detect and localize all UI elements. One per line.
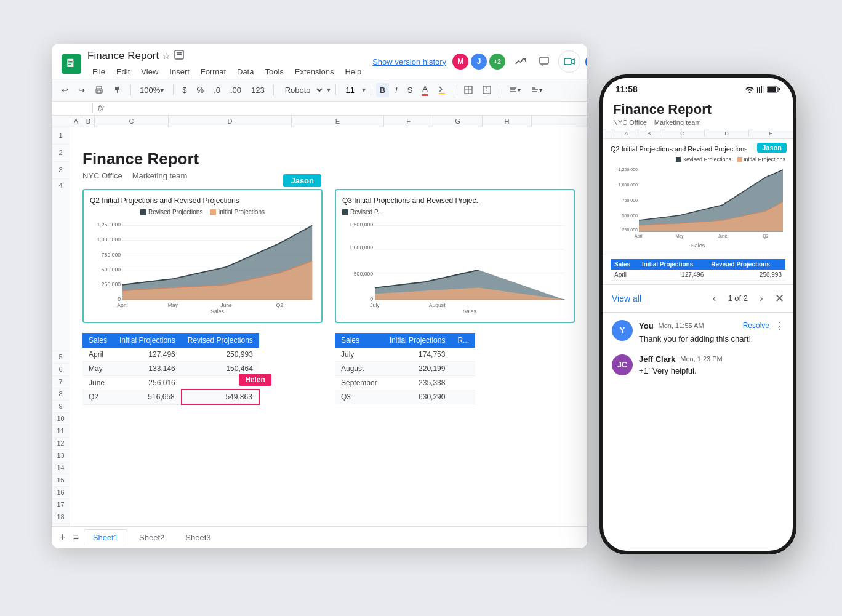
undo-btn[interactable]: ↩ <box>58 83 72 97</box>
row-numbers: 1 2 3 4 5 6 7 8 9 10 11 12 13 14 <box>52 127 70 526</box>
svg-text:May: May <box>675 234 684 239</box>
comment-thread: Y You Mon, 11:55 AM Resolve ⋮ Thank you … <box>603 313 793 551</box>
sheet-area: A B C D E F G H 1 2 3 4 <box>52 116 587 526</box>
doc-title-text: Finance Report <box>87 50 159 62</box>
sheet-tab-2[interactable]: Sheet2 <box>130 529 174 546</box>
view-all-link[interactable]: View all <box>612 294 700 303</box>
highlight-btn[interactable] <box>434 83 450 97</box>
add-sheet-btn[interactable]: + <box>57 530 68 545</box>
menu-help[interactable]: Help <box>340 65 366 79</box>
comment-body-1: You Mon, 11:55 AM Resolve ⋮ Thank you fo… <box>639 320 784 345</box>
menu-file[interactable]: File <box>87 65 110 79</box>
svg-rect-66 <box>779 88 780 90</box>
svg-text:April: April <box>117 302 127 308</box>
svg-text:1,000,000: 1,000,000 <box>619 183 638 187</box>
meet-icon-btn[interactable] <box>558 50 580 73</box>
resolve-btn[interactable]: Resolve <box>743 321 769 330</box>
svg-text:750,000: 750,000 <box>102 251 121 257</box>
menu-data[interactable]: Data <box>232 65 259 79</box>
font-color-btn[interactable]: A <box>419 82 431 98</box>
bold-btn[interactable]: B <box>376 83 389 97</box>
table-row: June 256,016 Helen <box>82 375 259 390</box>
col-header-revised2: R... <box>451 333 475 348</box>
ss-team: Marketing team <box>132 171 188 180</box>
star-icon[interactable]: ☆ <box>162 51 170 61</box>
print-btn[interactable] <box>91 83 107 97</box>
table-1-container: Sales Initial Projections Revised Projec… <box>82 333 323 406</box>
col-header-initial1: Initial Projections <box>113 333 182 348</box>
svg-text:April: April <box>635 234 643 239</box>
collaborator-avatar-1: M <box>451 52 470 71</box>
percent-btn[interactable]: % <box>193 83 207 97</box>
svg-text:August: August <box>429 302 446 308</box>
comment-more-btn-1[interactable]: ⋮ <box>774 320 784 332</box>
decimal0-btn[interactable]: .0 <box>210 83 224 97</box>
svg-rect-16 <box>97 90 101 93</box>
phone-chart-svg: 1,250,000 1,000,000 750,000 500,000 250,… <box>611 165 785 239</box>
cell-ref-input[interactable] <box>57 103 87 113</box>
comment-item-1: Y You Mon, 11:55 AM Resolve ⋮ Thank you … <box>612 320 784 345</box>
decimal00-btn[interactable]: .00 <box>227 83 245 97</box>
sheet-tab-1[interactable]: Sheet1 <box>84 529 127 546</box>
table-row: Q2 516,658 549,863 <box>82 390 259 404</box>
svg-text:June: June <box>718 234 727 238</box>
menu-format[interactable]: Format <box>196 65 231 79</box>
prev-comment-btn[interactable]: ‹ <box>705 290 723 307</box>
menu-view[interactable]: View <box>136 65 163 79</box>
close-comments-btn[interactable]: ✕ <box>775 292 784 305</box>
svg-text:250,000: 250,000 <box>622 228 638 232</box>
title-info: Finance Report ☆ File Edit View Insert F… <box>87 50 366 79</box>
format-paint-btn[interactable] <box>110 83 126 97</box>
italic-btn[interactable]: I <box>391 83 401 97</box>
comment-text-1: Thank you for adding this chart! <box>639 334 784 345</box>
valign-btn[interactable]: ▾ <box>527 83 546 97</box>
align-btn[interactable]: ▾ <box>505 83 524 97</box>
collaborator-avatar-3: +2 <box>488 52 507 71</box>
chart2-svg: 1,500,000 1,000,000 500,000 0 <box>342 218 567 313</box>
sheet-list-btn[interactable]: ≡ <box>71 530 81 544</box>
comment-time-1: Mon, 11:55 AM <box>659 322 704 329</box>
drive-icon[interactable] <box>174 50 184 62</box>
phone-comments-nav: View all ‹ 1 of 2 › ✕ <box>603 285 793 313</box>
comment-text-2: +1! Very helpful. <box>639 366 784 377</box>
phone-jason-cursor: Jason <box>757 143 787 153</box>
redo-btn[interactable]: ↪ <box>74 83 89 97</box>
zoom-btn[interactable]: 100% ▾ <box>136 83 168 97</box>
svg-text:July: July <box>370 302 380 308</box>
font-size-input[interactable] <box>341 86 359 95</box>
menu-insert[interactable]: Insert <box>164 65 194 79</box>
menu-edit[interactable]: Edit <box>111 65 135 79</box>
chart1-legend: Revised Projections Initial Projections <box>90 209 315 215</box>
comment-header-1: You Mon, 11:55 AM Resolve ⋮ <box>639 320 784 332</box>
svg-text:June: June <box>220 302 232 308</box>
next-comment-btn[interactable]: › <box>753 290 770 307</box>
svg-rect-8 <box>564 58 571 65</box>
font-select[interactable]: Roboto <box>279 83 324 97</box>
menu-tools[interactable]: Tools <box>260 65 288 79</box>
ss-office: NYC Office <box>82 171 122 180</box>
table-2-container: Sales Initial Projections R... July <box>335 333 575 406</box>
share-button[interactable]: Share <box>585 53 587 71</box>
svg-text:0: 0 <box>370 296 373 302</box>
phone-col-headers: A B C D E <box>603 129 793 138</box>
sheet-tab-3[interactable]: Sheet3 <box>176 529 220 546</box>
col-header-revised1: Revised Projections <box>182 333 259 348</box>
trending-icon-btn[interactable] <box>511 52 530 71</box>
menu-bar: File Edit View Insert Format Data Tools … <box>87 62 366 79</box>
menu-extensions[interactable]: Extensions <box>290 65 339 79</box>
chat-icon-btn[interactable] <box>535 52 553 71</box>
version-history-link[interactable]: Show version history <box>372 57 446 66</box>
table-row: July 174,753 <box>335 348 475 362</box>
decimal123-btn[interactable]: 123 <box>247 83 268 97</box>
merge-btn[interactable] <box>479 83 495 97</box>
currency-btn[interactable]: $ <box>178 83 190 97</box>
strikethrough-btn[interactable]: S <box>404 83 417 97</box>
svg-text:May: May <box>168 302 178 308</box>
toolbar-divider-1 <box>130 84 131 95</box>
comment-author-2: Jeff Clark <box>639 354 675 364</box>
formula-bar: fx <box>52 102 587 116</box>
toolbar-divider-3 <box>273 84 274 95</box>
borders-btn[interactable] <box>460 83 476 97</box>
chart1-svg: 1,250,000 1,000,000 750,000 500,000 250,… <box>90 218 315 313</box>
avatar-group: M J +2 <box>451 52 507 71</box>
